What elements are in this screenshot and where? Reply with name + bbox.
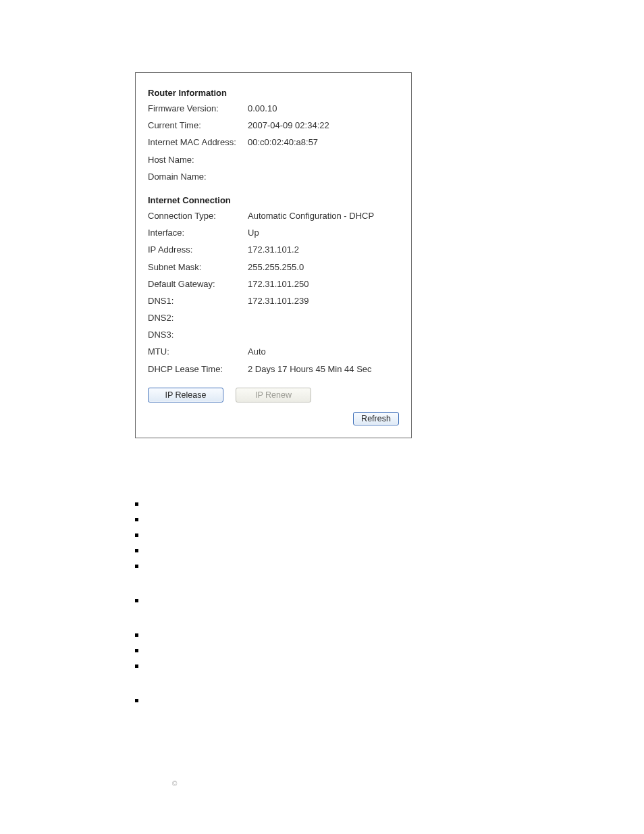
firmware-version-value: 0.00.10 [248, 103, 399, 115]
bullet-icon [135, 518, 138, 521]
bullet-icon [135, 549, 138, 552]
mac-address-row: Internet MAC Address: 00:c0:02:40:a8:57 [148, 134, 399, 151]
default-gateway-value: 172.31.101.250 [248, 278, 399, 290]
ip-renew-button: IP Renew [236, 388, 311, 402]
bullet-item [135, 498, 419, 506]
current-time-row: Current Time: 2007-04-09 02:34:22 [148, 118, 399, 134]
current-time-label: Current Time: [148, 120, 248, 132]
dns2-row: DNS2: [148, 310, 399, 327]
dns3-label: DNS3: [148, 329, 248, 341]
subnet-mask-value: 255.255.255.0 [248, 261, 399, 273]
dns3-row: DNS3: [148, 327, 399, 344]
copyright-symbol: © [172, 780, 177, 787]
bullet-icon [135, 502, 138, 506]
router-status-panel: Router Information Firmware Version: 0.0… [135, 72, 412, 438]
mac-address-value: 00:c0:02:40:a8:57 [248, 136, 399, 149]
mac-address-label: Internet MAC Address: [148, 136, 248, 149]
bullet-list [135, 498, 419, 710]
lease-time-label: DHCP Lease Time: [148, 363, 248, 375]
default-gateway-row: Default Gateway: 172.31.101.250 [148, 276, 399, 293]
footer-button-row: Refresh [148, 412, 399, 425]
bullet-icon [135, 699, 138, 702]
connection-type-label: Connection Type: [148, 210, 248, 222]
default-gateway-label: Default Gateway: [148, 278, 248, 290]
bullet-icon [135, 533, 138, 537]
bullet-item [135, 695, 419, 702]
ip-address-row: IP Address: 172.31.101.2 [148, 242, 399, 259]
refresh-button[interactable]: Refresh [353, 412, 399, 425]
bullet-item [135, 545, 419, 552]
bullet-icon [135, 599, 138, 602]
lease-time-value: 2 Days 17 Hours 45 Min 44 Sec [248, 363, 399, 375]
interface-value: Up [248, 227, 399, 239]
dns2-value [248, 312, 399, 324]
bullet-item [135, 529, 419, 537]
dns2-label: DNS2: [148, 312, 248, 324]
bullet-icon [135, 664, 138, 668]
action-button-row: IP Release IP Renew [148, 388, 399, 402]
dns1-value: 172.31.101.239 [248, 295, 399, 307]
bullet-item [135, 629, 419, 637]
host-name-row: Host Name: [148, 152, 399, 169]
connection-type-row: Connection Type: Automatic Configuration… [148, 208, 399, 225]
host-name-label: Host Name: [148, 154, 248, 166]
firmware-version-label: Firmware Version: [148, 103, 248, 115]
connection-type-value: Automatic Configuration - DHCP [248, 210, 399, 222]
ip-address-value: 172.31.101.2 [248, 244, 399, 256]
bullet-icon [135, 565, 138, 568]
subnet-mask-label: Subnet Mask: [148, 261, 248, 273]
mtu-value: Auto [248, 346, 399, 358]
host-name-value [248, 154, 399, 166]
dns1-label: DNS1: [148, 295, 248, 307]
ip-address-label: IP Address: [148, 244, 248, 256]
domain-name-row: Domain Name: [148, 169, 399, 186]
bullet-item [135, 660, 419, 668]
interface-label: Interface: [148, 227, 248, 239]
bullet-item [135, 514, 419, 521]
mtu-label: MTU: [148, 346, 248, 358]
lease-time-row: DHCP Lease Time: 2 Days 17 Hours 45 Min … [148, 361, 399, 378]
internet-connection-title: Internet Connection [148, 195, 399, 205]
domain-name-label: Domain Name: [148, 171, 248, 183]
subnet-mask-row: Subnet Mask: 255.255.255.0 [148, 259, 399, 276]
bullet-icon [135, 633, 138, 637]
bullet-item [135, 595, 419, 602]
bullet-icon [135, 649, 138, 652]
dns3-value [248, 329, 399, 341]
ip-release-button[interactable]: IP Release [148, 388, 223, 402]
bullet-item [135, 645, 419, 652]
dns1-row: DNS1: 172.31.101.239 [148, 293, 399, 310]
domain-name-value [248, 171, 399, 183]
interface-row: Interface: Up [148, 225, 399, 242]
firmware-version-row: Firmware Version: 0.00.10 [148, 101, 399, 118]
mtu-row: MTU: Auto [148, 344, 399, 361]
current-time-value: 2007-04-09 02:34:22 [248, 120, 399, 132]
router-info-title: Router Information [148, 88, 399, 98]
bullet-item [135, 561, 419, 568]
